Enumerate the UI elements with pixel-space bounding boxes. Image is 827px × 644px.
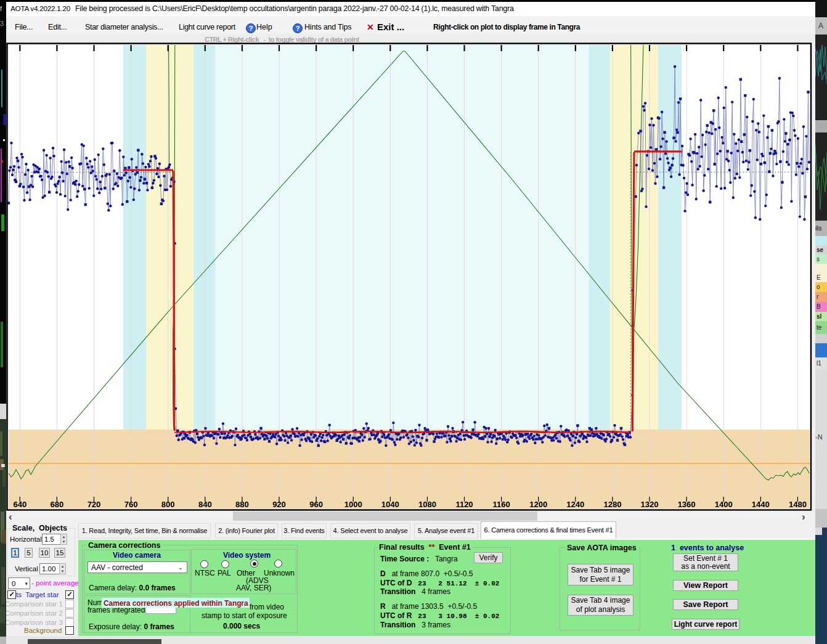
svg-text:1120: 1120 xyxy=(455,500,473,509)
svg-text:680: 680 xyxy=(51,500,64,509)
svg-text:1320: 1320 xyxy=(641,500,659,509)
svg-text:960: 960 xyxy=(309,500,323,509)
svg-text:1000: 1000 xyxy=(344,500,362,509)
svg-text:880: 880 xyxy=(235,500,249,509)
svg-text:720: 720 xyxy=(88,500,101,509)
svg-text:1160: 1160 xyxy=(492,500,510,509)
svg-text:920: 920 xyxy=(272,500,286,509)
svg-text:1200: 1200 xyxy=(529,500,547,509)
svg-text:640: 640 xyxy=(13,500,26,509)
svg-text:1480: 1480 xyxy=(789,500,807,509)
svg-text:1080: 1080 xyxy=(418,500,436,509)
svg-text:840: 840 xyxy=(198,500,212,509)
svg-text:1040: 1040 xyxy=(381,500,399,509)
svg-text:1440: 1440 xyxy=(752,500,770,509)
svg-text:1360: 1360 xyxy=(678,500,696,509)
svg-text:1400: 1400 xyxy=(715,500,733,509)
svg-text:1240: 1240 xyxy=(566,500,584,509)
svg-text:1280: 1280 xyxy=(603,500,621,509)
svg-text:760: 760 xyxy=(124,500,138,509)
svg-text:800: 800 xyxy=(161,500,175,509)
